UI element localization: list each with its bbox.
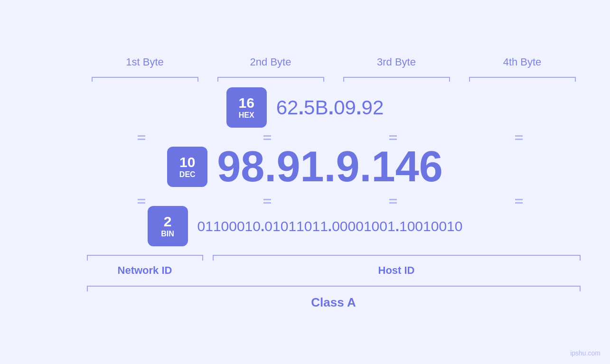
- equals-7: [330, 194, 456, 204]
- dec-dot1: .: [264, 142, 276, 191]
- hex-values: 62 . 5B . 09 . 92: [276, 96, 384, 119]
- hex-byte2: 5B: [304, 96, 328, 119]
- hex-byte3: 09: [334, 96, 356, 119]
- equals-row-2: [78, 194, 582, 204]
- bin-row: 2 BIN 01100010 . 01011011 . 00001001 . 1…: [148, 206, 463, 246]
- dec-base-label: DEC: [179, 170, 196, 179]
- equals-8: [456, 194, 582, 204]
- watermark: ipshu.com: [570, 349, 601, 357]
- equals-5: [78, 194, 204, 204]
- hex-byte4: 92: [362, 96, 384, 119]
- equals-6: [204, 194, 330, 204]
- class-label: Class A: [82, 295, 585, 310]
- equals-3: [330, 130, 456, 140]
- bin-dot1: .: [261, 218, 264, 234]
- bin-byte4: 10010010: [399, 218, 462, 234]
- bin-dot2: .: [328, 218, 332, 234]
- dec-byte1: 98: [217, 142, 264, 191]
- hex-row: 16 HEX 62 . 5B . 09 . 92: [226, 87, 384, 128]
- bin-base-number: 2: [164, 215, 172, 229]
- network-id-bracket: Network ID: [82, 251, 208, 277]
- bracket-byte4: [460, 73, 585, 83]
- top-brackets: [82, 73, 585, 83]
- bin-badge: 2 BIN: [148, 206, 188, 246]
- hex-base-label: HEX: [239, 111, 254, 120]
- main-container: 1st Byte 2nd Byte 3rd Byte 4th Byte: [0, 0, 610, 364]
- equals-row-1: [78, 130, 582, 140]
- dec-byte4: 146: [372, 142, 443, 191]
- dec-base-number: 10: [179, 155, 195, 169]
- bin-byte3: 00001001: [332, 218, 395, 234]
- bracket-byte2: [208, 73, 334, 83]
- dec-byte2: 91: [276, 142, 324, 191]
- dec-dot3: .: [360, 142, 372, 191]
- hex-byte1: 62: [276, 96, 299, 119]
- hex-dot3: .: [356, 96, 362, 119]
- host-id-label: Host ID: [208, 264, 585, 277]
- equals-2: [204, 130, 330, 140]
- hex-dot2: .: [328, 96, 334, 119]
- network-id-label: Network ID: [82, 264, 208, 277]
- dec-byte3: 9: [336, 142, 360, 191]
- equals-4: [456, 130, 582, 140]
- byte4-label: 4th Byte: [460, 56, 585, 68]
- header-row: 1st Byte 2nd Byte 3rd Byte 4th Byte: [82, 56, 585, 68]
- byte1-label: 1st Byte: [82, 56, 208, 68]
- bin-dot3: .: [395, 218, 399, 234]
- hex-dot1: .: [298, 96, 304, 119]
- byte2-label: 2nd Byte: [208, 56, 334, 68]
- bin-values: 01100010 . 01011011 . 00001001 . 1001001…: [197, 218, 463, 234]
- bin-byte1: 01100010: [197, 218, 261, 234]
- network-host-bracket-area: Network ID Host ID: [82, 251, 585, 277]
- dec-dot2: .: [324, 142, 336, 191]
- class-bracket-area: Class A: [82, 282, 585, 308]
- dec-badge: 10 DEC: [167, 147, 207, 187]
- byte3-label: 3rd Byte: [334, 56, 460, 68]
- bin-byte2: 01011011: [264, 218, 328, 234]
- hex-base-number: 16: [239, 96, 254, 110]
- bin-base-label: BIN: [161, 230, 174, 238]
- bracket-byte3: [334, 73, 460, 83]
- dec-row: 10 DEC 98 . 91 . 9 . 146: [167, 142, 443, 191]
- equals-1: [78, 130, 204, 140]
- hex-badge: 16 HEX: [226, 87, 267, 128]
- host-id-bracket: Host ID: [208, 251, 585, 277]
- bracket-byte1: [82, 73, 208, 83]
- dec-values: 98 . 91 . 9 . 146: [217, 142, 443, 191]
